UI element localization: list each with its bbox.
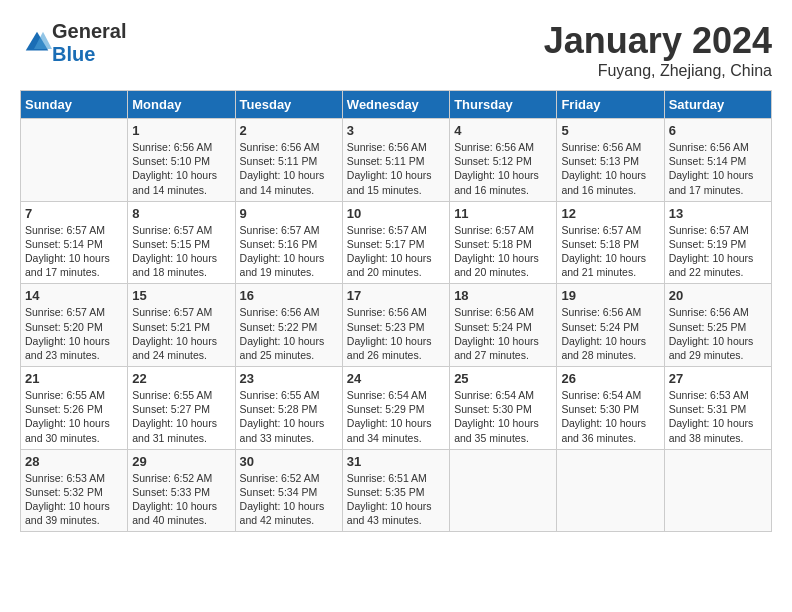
- day-info: Sunrise: 6:57 AM Sunset: 5:19 PM Dayligh…: [669, 223, 767, 280]
- day-info: Sunrise: 6:57 AM Sunset: 5:20 PM Dayligh…: [25, 305, 123, 362]
- calendar-table: SundayMondayTuesdayWednesdayThursdayFrid…: [20, 90, 772, 532]
- day-cell: 25Sunrise: 6:54 AM Sunset: 5:30 PM Dayli…: [450, 367, 557, 450]
- day-info: Sunrise: 6:56 AM Sunset: 5:25 PM Dayligh…: [669, 305, 767, 362]
- day-info: Sunrise: 6:56 AM Sunset: 5:11 PM Dayligh…: [240, 140, 338, 197]
- month-title: January 2024: [544, 20, 772, 62]
- location-title: Fuyang, Zhejiang, China: [544, 62, 772, 80]
- day-info: Sunrise: 6:52 AM Sunset: 5:33 PM Dayligh…: [132, 471, 230, 528]
- weekday-header-saturday: Saturday: [664, 91, 771, 119]
- day-info: Sunrise: 6:56 AM Sunset: 5:11 PM Dayligh…: [347, 140, 445, 197]
- day-info: Sunrise: 6:56 AM Sunset: 5:24 PM Dayligh…: [454, 305, 552, 362]
- day-info: Sunrise: 6:54 AM Sunset: 5:30 PM Dayligh…: [454, 388, 552, 445]
- page-header: General Blue January 2024 Fuyang, Zhejia…: [20, 20, 772, 80]
- day-info: Sunrise: 6:57 AM Sunset: 5:14 PM Dayligh…: [25, 223, 123, 280]
- day-info: Sunrise: 6:57 AM Sunset: 5:18 PM Dayligh…: [454, 223, 552, 280]
- day-info: Sunrise: 6:53 AM Sunset: 5:32 PM Dayligh…: [25, 471, 123, 528]
- day-number: 31: [347, 454, 445, 469]
- title-section: January 2024 Fuyang, Zhejiang, China: [544, 20, 772, 80]
- day-cell: 16Sunrise: 6:56 AM Sunset: 5:22 PM Dayli…: [235, 284, 342, 367]
- week-row-4: 21Sunrise: 6:55 AM Sunset: 5:26 PM Dayli…: [21, 367, 772, 450]
- week-row-5: 28Sunrise: 6:53 AM Sunset: 5:32 PM Dayli…: [21, 449, 772, 532]
- day-cell: [664, 449, 771, 532]
- logo-text: General Blue: [52, 20, 126, 66]
- day-number: 14: [25, 288, 123, 303]
- day-number: 8: [132, 206, 230, 221]
- day-number: 17: [347, 288, 445, 303]
- day-number: 13: [669, 206, 767, 221]
- day-cell: 13Sunrise: 6:57 AM Sunset: 5:19 PM Dayli…: [664, 201, 771, 284]
- week-row-2: 7Sunrise: 6:57 AM Sunset: 5:14 PM Daylig…: [21, 201, 772, 284]
- day-info: Sunrise: 6:55 AM Sunset: 5:28 PM Dayligh…: [240, 388, 338, 445]
- day-cell: 26Sunrise: 6:54 AM Sunset: 5:30 PM Dayli…: [557, 367, 664, 450]
- day-cell: 11Sunrise: 6:57 AM Sunset: 5:18 PM Dayli…: [450, 201, 557, 284]
- day-number: 28: [25, 454, 123, 469]
- weekday-header-thursday: Thursday: [450, 91, 557, 119]
- logo: General Blue: [20, 20, 126, 66]
- day-cell: 18Sunrise: 6:56 AM Sunset: 5:24 PM Dayli…: [450, 284, 557, 367]
- day-cell: 30Sunrise: 6:52 AM Sunset: 5:34 PM Dayli…: [235, 449, 342, 532]
- day-number: 11: [454, 206, 552, 221]
- day-info: Sunrise: 6:54 AM Sunset: 5:30 PM Dayligh…: [561, 388, 659, 445]
- day-cell: 4Sunrise: 6:56 AM Sunset: 5:12 PM Daylig…: [450, 119, 557, 202]
- day-cell: 24Sunrise: 6:54 AM Sunset: 5:29 PM Dayli…: [342, 367, 449, 450]
- day-number: 23: [240, 371, 338, 386]
- day-info: Sunrise: 6:56 AM Sunset: 5:12 PM Dayligh…: [454, 140, 552, 197]
- day-cell: [21, 119, 128, 202]
- day-info: Sunrise: 6:56 AM Sunset: 5:13 PM Dayligh…: [561, 140, 659, 197]
- day-cell: 1Sunrise: 6:56 AM Sunset: 5:10 PM Daylig…: [128, 119, 235, 202]
- day-info: Sunrise: 6:51 AM Sunset: 5:35 PM Dayligh…: [347, 471, 445, 528]
- day-cell: 12Sunrise: 6:57 AM Sunset: 5:18 PM Dayli…: [557, 201, 664, 284]
- weekday-header-wednesday: Wednesday: [342, 91, 449, 119]
- day-cell: [557, 449, 664, 532]
- weekday-header-row: SundayMondayTuesdayWednesdayThursdayFrid…: [21, 91, 772, 119]
- day-info: Sunrise: 6:56 AM Sunset: 5:10 PM Dayligh…: [132, 140, 230, 197]
- day-info: Sunrise: 6:53 AM Sunset: 5:31 PM Dayligh…: [669, 388, 767, 445]
- day-info: Sunrise: 6:55 AM Sunset: 5:26 PM Dayligh…: [25, 388, 123, 445]
- weekday-header-sunday: Sunday: [21, 91, 128, 119]
- week-row-3: 14Sunrise: 6:57 AM Sunset: 5:20 PM Dayli…: [21, 284, 772, 367]
- day-cell: 2Sunrise: 6:56 AM Sunset: 5:11 PM Daylig…: [235, 119, 342, 202]
- day-number: 22: [132, 371, 230, 386]
- day-info: Sunrise: 6:54 AM Sunset: 5:29 PM Dayligh…: [347, 388, 445, 445]
- day-number: 27: [669, 371, 767, 386]
- day-cell: 6Sunrise: 6:56 AM Sunset: 5:14 PM Daylig…: [664, 119, 771, 202]
- day-info: Sunrise: 6:56 AM Sunset: 5:24 PM Dayligh…: [561, 305, 659, 362]
- day-number: 4: [454, 123, 552, 138]
- day-info: Sunrise: 6:55 AM Sunset: 5:27 PM Dayligh…: [132, 388, 230, 445]
- day-info: Sunrise: 6:57 AM Sunset: 5:18 PM Dayligh…: [561, 223, 659, 280]
- day-number: 6: [669, 123, 767, 138]
- day-cell: 5Sunrise: 6:56 AM Sunset: 5:13 PM Daylig…: [557, 119, 664, 202]
- day-number: 15: [132, 288, 230, 303]
- day-info: Sunrise: 6:57 AM Sunset: 5:16 PM Dayligh…: [240, 223, 338, 280]
- day-cell: 10Sunrise: 6:57 AM Sunset: 5:17 PM Dayli…: [342, 201, 449, 284]
- day-number: 29: [132, 454, 230, 469]
- day-number: 20: [669, 288, 767, 303]
- day-cell: 3Sunrise: 6:56 AM Sunset: 5:11 PM Daylig…: [342, 119, 449, 202]
- week-row-1: 1Sunrise: 6:56 AM Sunset: 5:10 PM Daylig…: [21, 119, 772, 202]
- day-cell: 17Sunrise: 6:56 AM Sunset: 5:23 PM Dayli…: [342, 284, 449, 367]
- day-number: 7: [25, 206, 123, 221]
- day-cell: 31Sunrise: 6:51 AM Sunset: 5:35 PM Dayli…: [342, 449, 449, 532]
- day-info: Sunrise: 6:57 AM Sunset: 5:21 PM Dayligh…: [132, 305, 230, 362]
- day-number: 25: [454, 371, 552, 386]
- weekday-header-tuesday: Tuesday: [235, 91, 342, 119]
- day-cell: 14Sunrise: 6:57 AM Sunset: 5:20 PM Dayli…: [21, 284, 128, 367]
- day-number: 30: [240, 454, 338, 469]
- day-number: 18: [454, 288, 552, 303]
- day-cell: 23Sunrise: 6:55 AM Sunset: 5:28 PM Dayli…: [235, 367, 342, 450]
- day-cell: 27Sunrise: 6:53 AM Sunset: 5:31 PM Dayli…: [664, 367, 771, 450]
- day-number: 5: [561, 123, 659, 138]
- logo-icon: [22, 28, 52, 58]
- day-info: Sunrise: 6:52 AM Sunset: 5:34 PM Dayligh…: [240, 471, 338, 528]
- day-info: Sunrise: 6:56 AM Sunset: 5:22 PM Dayligh…: [240, 305, 338, 362]
- day-number: 1: [132, 123, 230, 138]
- day-number: 24: [347, 371, 445, 386]
- day-cell: 21Sunrise: 6:55 AM Sunset: 5:26 PM Dayli…: [21, 367, 128, 450]
- day-info: Sunrise: 6:57 AM Sunset: 5:15 PM Dayligh…: [132, 223, 230, 280]
- day-number: 19: [561, 288, 659, 303]
- logo-blue: Blue: [52, 43, 95, 65]
- day-number: 21: [25, 371, 123, 386]
- day-cell: 29Sunrise: 6:52 AM Sunset: 5:33 PM Dayli…: [128, 449, 235, 532]
- day-number: 12: [561, 206, 659, 221]
- day-info: Sunrise: 6:57 AM Sunset: 5:17 PM Dayligh…: [347, 223, 445, 280]
